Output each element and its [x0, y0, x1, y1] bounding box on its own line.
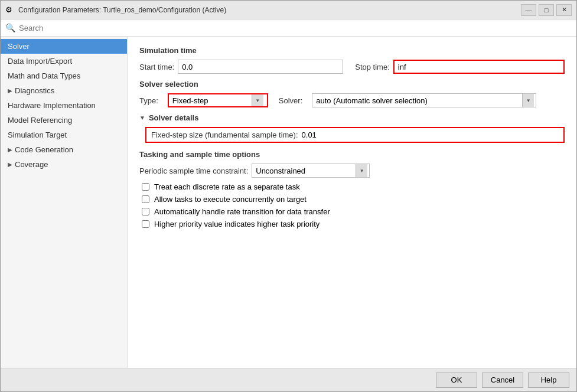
ok-button[interactable]: OK: [436, 373, 477, 388]
content-panel: Simulation time Start time: Stop time: S…: [128, 37, 576, 368]
sidebar-label-model-referencing: Model Referencing: [8, 116, 72, 125]
periodic-label: Periodic sample time constraint:: [139, 166, 248, 175]
main-window: ⚙ Configuration Parameters: Turtle_ros_d…: [0, 0, 577, 392]
sidebar-item-model-referencing[interactable]: Model Referencing: [1, 113, 127, 128]
sidebar-label-diagnostics: Diagnostics: [15, 86, 54, 95]
sidebar-label-code-generation: Code Generation: [15, 145, 73, 154]
main-content: Solver Data Import/Export Math and Data …: [1, 37, 576, 368]
fixed-step-label: Fixed-step size (fundamental sample time…: [151, 130, 298, 139]
checkbox-allow-concurrent: Allow tasks to execute concurrently on t…: [139, 195, 565, 204]
sidebar-label-simulation-target: Simulation Target: [8, 130, 67, 139]
solver-select-arrow: ▼: [522, 94, 534, 107]
minimize-button[interactable]: —: [521, 4, 536, 16]
search-bar: 🔍: [1, 19, 576, 37]
periodic-select-wrap: Unconstrained ▼: [252, 164, 370, 178]
sidebar-item-simulation-target[interactable]: Simulation Target: [1, 128, 127, 142]
checkbox-auto-handle-rate: Automatically handle rate transition for…: [139, 207, 565, 216]
start-time-label: Start time:: [139, 63, 174, 71]
checkbox-allow-concurrent-input[interactable]: [142, 195, 149, 203]
sidebar-label-math-data-types: Math and Data Types: [8, 71, 80, 80]
sidebar-item-hardware-implementation[interactable]: Hardware Implementation: [1, 98, 127, 113]
sidebar-item-solver[interactable]: Solver: [1, 39, 127, 54]
simulation-time-row: Start time: Stop time:: [139, 60, 565, 74]
checkbox-treat-discrete: Treat each discrete rate as a separate t…: [139, 182, 565, 191]
solver-select-wrap: auto (Automatic solver selection) ▼: [312, 93, 536, 107]
stop-time-input[interactable]: [393, 60, 565, 74]
stop-time-group: Stop time:: [355, 60, 565, 74]
sidebar-item-coverage[interactable]: ▶ Coverage: [1, 157, 127, 172]
stop-time-label: Stop time:: [355, 63, 390, 71]
periodic-constraint-row: Periodic sample time constraint: Unconst…: [139, 164, 565, 178]
help-button[interactable]: Help: [528, 373, 569, 388]
coverage-expand-arrow: ▶: [8, 161, 12, 168]
periodic-select-arrow: ▼: [356, 164, 367, 177]
tasking-section-title: Tasking and sample time options: [139, 150, 565, 159]
sidebar-item-code-generation[interactable]: ▶ Code Generation: [1, 142, 127, 157]
checkbox-treat-discrete-input[interactable]: [142, 183, 149, 191]
checkbox-higher-priority-input[interactable]: [142, 220, 149, 228]
solver-details-header[interactable]: ▼ Solver details: [139, 113, 565, 122]
checkbox-higher-priority-label: Higher priority value indicates higher t…: [154, 220, 320, 228]
fixed-step-row: Fixed-step size (fundamental sample time…: [145, 127, 565, 143]
solver-selection-section-title: Solver selection: [139, 80, 565, 89]
app-icon: ⚙: [5, 5, 15, 15]
simulation-time-section-title: Simulation time: [139, 46, 565, 55]
search-input[interactable]: [19, 24, 137, 32]
solver-label: Solver:: [279, 96, 302, 105]
sidebar-label-data-import-export: Data Import/Export: [8, 57, 72, 66]
solver-details-title: Solver details: [149, 113, 199, 122]
window-title: Configuration Parameters: Turtle_ros_dem…: [18, 6, 521, 14]
sidebar-label-coverage: Coverage: [15, 160, 48, 169]
titlebar-controls: — □ ✕: [521, 4, 572, 16]
code-gen-expand-arrow: ▶: [8, 146, 12, 153]
solver-details-section: ▼ Solver details Fixed-step size (fundam…: [139, 113, 565, 143]
sidebar-label-solver: Solver: [8, 42, 30, 51]
type-select-arrow: ▼: [252, 94, 263, 106]
sidebar-item-diagnostics[interactable]: ▶ Diagnostics: [1, 83, 127, 98]
checkbox-allow-concurrent-label: Allow tasks to execute concurrently on t…: [154, 195, 307, 204]
close-button[interactable]: ✕: [556, 4, 572, 16]
sidebar-item-math-and-data-types[interactable]: Math and Data Types: [1, 68, 127, 83]
footer: OK Cancel Help: [1, 368, 576, 391]
checkbox-treat-discrete-label: Treat each discrete rate as a separate t…: [154, 182, 300, 191]
sidebar-item-data-import-export[interactable]: Data Import/Export: [1, 54, 127, 68]
cancel-button[interactable]: Cancel: [482, 373, 523, 388]
type-label: Type:: [139, 96, 158, 105]
start-time-input[interactable]: [178, 60, 343, 74]
solver-selection-row: Type: Fixed-step ▼ Solver: auto (Automat…: [139, 93, 565, 107]
search-icon: 🔍: [5, 23, 15, 32]
solver-select[interactable]: auto (Automatic solver selection): [312, 94, 522, 107]
sidebar-label-hardware-implementation: Hardware Implementation: [8, 101, 96, 110]
checkbox-auto-handle-rate-label: Automatically handle rate transition for…: [154, 207, 330, 216]
checkbox-auto-handle-rate-input[interactable]: [142, 208, 149, 215]
diagnostics-expand-arrow: ▶: [8, 87, 12, 94]
titlebar: ⚙ Configuration Parameters: Turtle_ros_d…: [1, 1, 576, 19]
solver-details-collapse-arrow: ▼: [139, 115, 145, 121]
type-select[interactable]: Fixed-step: [169, 94, 252, 107]
type-select-wrap: Fixed-step ▼: [168, 93, 268, 107]
fixed-step-input[interactable]: [302, 130, 559, 139]
sidebar: Solver Data Import/Export Math and Data …: [1, 37, 128, 368]
periodic-select[interactable]: Unconstrained: [252, 164, 356, 177]
checkbox-higher-priority: Higher priority value indicates higher t…: [139, 220, 565, 228]
tasking-section: Tasking and sample time options Periodic…: [139, 150, 565, 228]
maximize-button[interactable]: □: [539, 4, 554, 16]
